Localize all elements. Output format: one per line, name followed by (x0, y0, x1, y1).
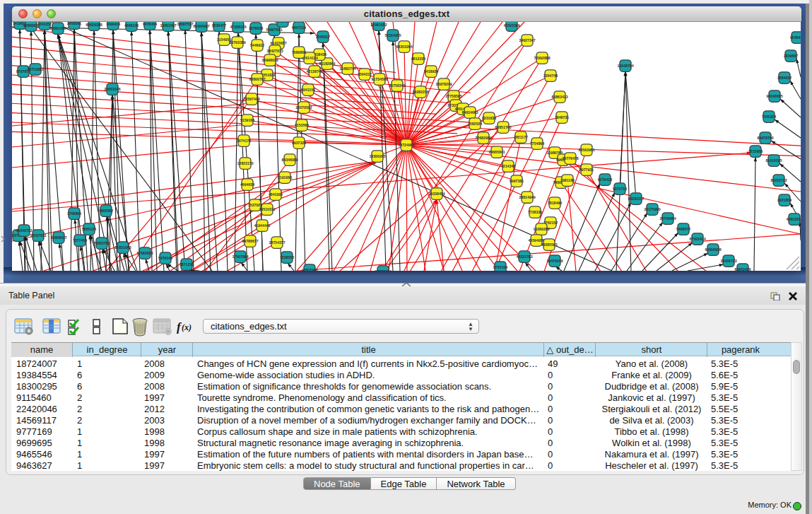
svg-text:58537831: 58537831 (30, 233, 46, 238)
svg-text:31682744: 31682744 (339, 66, 355, 71)
svg-text:67503414: 67503414 (689, 237, 705, 241)
svg-text:89978790: 89978790 (757, 136, 773, 140)
svg-text:19510312: 19510312 (259, 207, 275, 211)
svg-text:7089806: 7089806 (292, 50, 306, 54)
svg-text:9997381: 9997381 (510, 179, 524, 183)
svg-text:70597444: 70597444 (243, 97, 259, 101)
svg-text:72682989: 72682989 (475, 136, 491, 140)
svg-text:72092888: 72092888 (534, 56, 550, 60)
svg-text:7818496: 7818496 (548, 201, 562, 205)
svg-text:30776478: 30776478 (562, 156, 578, 160)
svg-text:4668136: 4668136 (124, 23, 139, 28)
svg-text:5977931: 5977931 (579, 168, 594, 172)
svg-text:55667651: 55667651 (266, 28, 282, 32)
svg-text:1499914: 1499914 (106, 22, 120, 26)
svg-text:3678638: 3678638 (249, 26, 263, 30)
svg-text:34627347: 34627347 (519, 38, 535, 42)
svg-text:2556017: 2556017 (316, 35, 330, 39)
svg-text:38754377: 38754377 (269, 240, 285, 245)
svg-text:47338124: 47338124 (230, 25, 246, 29)
svg-text:83793389: 83793389 (229, 40, 245, 45)
svg-text:5855124: 5855124 (82, 227, 96, 231)
svg-text:33978249: 33978249 (435, 82, 452, 86)
svg-text:8231838: 8231838 (482, 116, 496, 120)
svg-text:36687537: 36687537 (177, 22, 193, 26)
svg-text:18883684: 18883684 (375, 269, 391, 271)
svg-text:4841005: 4841005 (269, 192, 283, 197)
svg-text:13561597: 13561597 (160, 23, 176, 28)
svg-text:9153566: 9153566 (295, 123, 309, 127)
svg-text:66306997: 66306997 (193, 24, 209, 28)
svg-text:8536477: 8536477 (212, 23, 226, 28)
svg-text:5159166: 5159166 (240, 118, 254, 122)
svg-text:95758349: 95758349 (389, 83, 405, 88)
svg-text:99788677: 99788677 (242, 239, 258, 243)
svg-text:90048665: 90048665 (766, 94, 782, 98)
svg-text:3564217: 3564217 (358, 72, 372, 76)
svg-text:2458591: 2458591 (67, 22, 81, 25)
svg-text:31831063: 31831063 (114, 245, 131, 250)
svg-text:81016525: 81016525 (765, 158, 782, 163)
svg-text:49349722: 49349722 (16, 228, 32, 233)
svg-text:39436733: 39436733 (720, 259, 736, 263)
svg-text:4694634: 4694634 (240, 182, 254, 187)
svg-text:4905582: 4905582 (99, 209, 113, 213)
svg-text:41944441: 41944441 (254, 223, 270, 228)
svg-text:38427073: 38427073 (266, 49, 283, 53)
svg-text:1768805: 1768805 (67, 211, 81, 216)
svg-text:16648784: 16648784 (617, 64, 633, 68)
svg-text:42857966: 42857966 (301, 268, 317, 271)
svg-text:35808537: 35808537 (50, 235, 66, 240)
svg-text:57683626: 57683626 (136, 251, 153, 255)
svg-text:5479144: 5479144 (158, 256, 172, 260)
svg-text:28814949: 28814949 (519, 195, 535, 199)
svg-text:18724007: 18724007 (398, 143, 414, 147)
svg-text:10289289: 10289289 (533, 227, 549, 231)
svg-text:2264748: 2264748 (543, 74, 558, 78)
svg-text:81182864: 81182864 (319, 62, 336, 66)
svg-text:45503389: 45503389 (503, 23, 519, 28)
svg-text:1981186: 1981186 (560, 178, 575, 182)
svg-text:2074176: 2074176 (237, 139, 251, 143)
svg-text:4214348: 4214348 (501, 164, 515, 168)
svg-text:66851760: 66851760 (495, 125, 511, 129)
svg-text:2582524: 2582524 (468, 122, 482, 126)
svg-text:2921859: 2921859 (777, 198, 792, 202)
svg-text:5408072: 5408072 (676, 227, 690, 231)
svg-text:5418934: 5418934 (424, 69, 438, 74)
svg-text:28740864: 28740864 (659, 216, 676, 221)
svg-text:6647119: 6647119 (292, 25, 306, 30)
svg-text:20691406: 20691406 (49, 26, 66, 30)
svg-text:39476249: 39476249 (546, 259, 563, 263)
svg-text:9478454: 9478454 (143, 22, 157, 26)
svg-text:9548432: 9548432 (790, 35, 801, 40)
svg-text:7455324: 7455324 (762, 115, 776, 119)
svg-text:70855700: 70855700 (93, 241, 110, 245)
svg-text:29175900: 29175900 (644, 207, 660, 211)
svg-text:20053346: 20053346 (104, 87, 120, 91)
svg-text:26753883: 26753883 (27, 67, 43, 71)
svg-text:19338454: 19338454 (428, 192, 445, 196)
svg-text:68800797: 68800797 (249, 77, 265, 81)
svg-text:2651177: 2651177 (514, 135, 528, 139)
svg-text:22981052: 22981052 (370, 23, 387, 27)
svg-text:68353204: 68353204 (396, 45, 412, 49)
svg-text:2839607: 2839607 (784, 54, 798, 58)
svg-text:5041154: 5041154 (301, 88, 315, 92)
svg-text:84346088: 84346088 (281, 158, 298, 162)
svg-text:3215958: 3215958 (748, 149, 763, 153)
svg-text:83863413: 83863413 (551, 95, 567, 99)
svg-text:7377459: 7377459 (73, 238, 87, 243)
svg-text:9937326: 9937326 (292, 141, 306, 145)
svg-text:8612220: 8612220 (411, 57, 425, 61)
svg-text:20570592: 20570592 (295, 105, 312, 110)
svg-text:12823170: 12823170 (237, 161, 253, 165)
svg-text:66629388: 66629388 (86, 23, 102, 27)
svg-text:36998038: 36998038 (261, 58, 278, 62)
svg-text:24282218: 24282218 (412, 90, 428, 94)
svg-text:2191066: 2191066 (278, 175, 292, 180)
svg-text:18300295: 18300295 (369, 154, 385, 158)
svg-text:(x): (x) (182, 322, 192, 332)
svg-text:64634663: 64634663 (461, 110, 478, 115)
svg-text:1538552: 1538552 (280, 255, 294, 259)
